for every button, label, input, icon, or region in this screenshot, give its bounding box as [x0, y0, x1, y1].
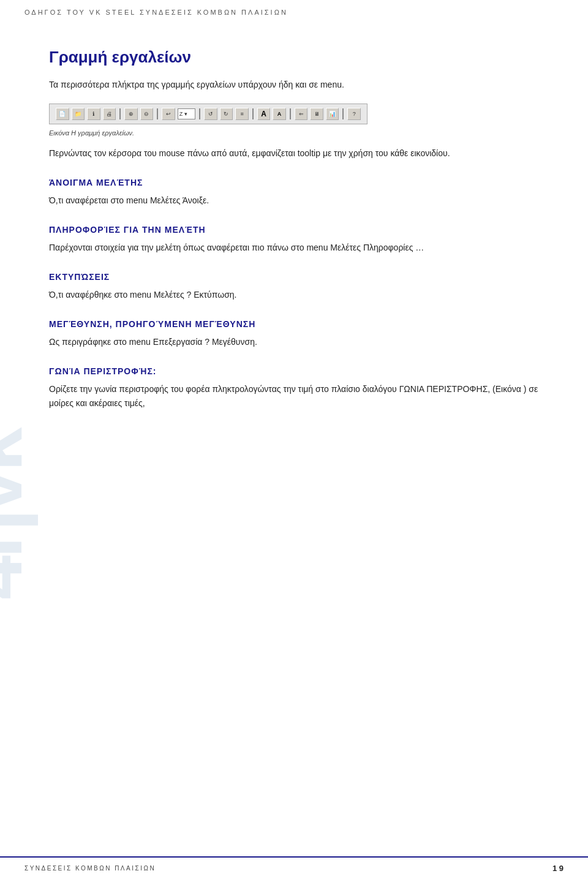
toolbar-sep-1 — [119, 108, 121, 119]
subsection-title-anoigma: Άνοιγμα μελέτης — [49, 178, 539, 187]
toolbar-sep-3 — [199, 108, 200, 119]
toolbar-btn-rotate-right[interactable]: ↻ — [220, 108, 233, 120]
content-wrapper: Γραμμή εργαλείων Τα περισσότερα πλήκτρα … — [49, 48, 539, 410]
subsection-body-plirofoiries: Παρέχονται στοιχεία για την μελέτη όπως … — [49, 241, 539, 255]
page-footer: ΣΥΝΔΕΣΕΙΣ ΚΟΜΒΩΝ ΠΛΑΙΣΙΩΝ 1 9 — [0, 856, 588, 879]
toolbar-sep-4 — [252, 108, 254, 119]
subsection-body-gwnia: Ορίζετε την γωνία περιστροφής του φορέα … — [49, 382, 539, 410]
toolbar-dropdown-z[interactable]: Z ▾ — [178, 108, 195, 119]
subsection-title-ektypwseis: Εκτυπώσεις — [49, 272, 539, 282]
toolbar-btn-rotate-left[interactable]: ↺ — [204, 108, 217, 120]
toolbar-btn-help[interactable]: ? — [347, 108, 361, 120]
toolbar-image: 📄 📁 ℹ 🖨 ⊕ ⊖ ↩ Z ▾ ↺ ↻ ≡ A A ⇐ 🖥 📊 ? — [49, 104, 368, 124]
toolbar-sep-5 — [290, 108, 291, 119]
section-intro: Τα περισσότερα πλήκτρα της γραμμής εργαλ… — [49, 78, 539, 91]
toolbar-btn-open[interactable]: 📁 — [72, 108, 85, 120]
watermark: 4ηvk — [0, 430, 40, 599]
main-content: 4ηvk Γραμμή εργαλείων Τα περισσότερα πλή… — [0, 23, 588, 441]
toolbar-btn-print[interactable]: 🖨 — [103, 108, 116, 120]
toolbar-btn-text-large[interactable]: A — [257, 108, 271, 120]
section-title: Γραμμή εργαλείων — [49, 48, 539, 67]
subsection-body-anoigma: Ό,τι αναφέρεται στο menu Μελέτες Άνοιξε. — [49, 194, 539, 208]
toolbar-sep-6 — [342, 108, 344, 119]
subsection-body-ektypwseis: Ό,τι αναφέρθηκε στο menu Μελέτες ? Εκτύπ… — [49, 288, 539, 302]
toolbar-btn-list[interactable]: ≡ — [235, 108, 249, 120]
toolbar-btn-info[interactable]: ℹ — [87, 108, 100, 120]
toolbar-btn-text-small[interactable]: A — [273, 108, 286, 120]
toolbar-btn-screen[interactable]: 🖥 — [310, 108, 323, 120]
toolbar-btn-new[interactable]: 📄 — [56, 108, 69, 120]
toolbar-btn-chart[interactable]: 📊 — [326, 108, 339, 120]
toolbar-btn-zoom-in[interactable]: ⊕ — [124, 108, 138, 120]
toolbar-caption: Εικόνα Η γραμμή εργαλείων. — [49, 129, 539, 137]
subsection-title-gwnia: Γωνία περιστροφής: — [49, 366, 539, 376]
footer-page: 1 9 — [552, 864, 564, 873]
page-header: ΟΔΗΓΟΣ ΤΟΥ VK STEEL ΣΥΝΔΕΣΕΙΣ ΚΟΜΒΩΝ ΠΛΑ… — [0, 0, 588, 23]
footer-text: ΣΥΝΔΕΣΕΙΣ ΚΟΜΒΩΝ ΠΛΑΙΣΙΩΝ — [24, 865, 156, 872]
subsection-body-megethinsi: Ως περιγράφηκε στο menu Επεξεργασία ? Με… — [49, 335, 539, 349]
subsection-title-plirofoiries: Πληροφορίες για την μελέτη — [49, 225, 539, 235]
toolbar-btn-zoom-out[interactable]: ⊖ — [140, 108, 154, 120]
toolbar-btn-undo[interactable]: ↩ — [162, 108, 175, 120]
tooltip-text: Περνώντας τον κέρσορα του mouse πάνω από… — [49, 146, 539, 160]
subsection-title-megethinsi: Μεγέθυνση, Προηγούμενη μεγέθυνση — [49, 319, 539, 329]
toolbar-sep-2 — [157, 108, 158, 119]
header-title: ΟΔΗΓΟΣ ΤΟΥ VK STEEL ΣΥΝΔΕΣΕΙΣ ΚΟΜΒΩΝ ΠΛΑ… — [24, 9, 288, 16]
toolbar-btn-back[interactable]: ⇐ — [295, 108, 308, 120]
